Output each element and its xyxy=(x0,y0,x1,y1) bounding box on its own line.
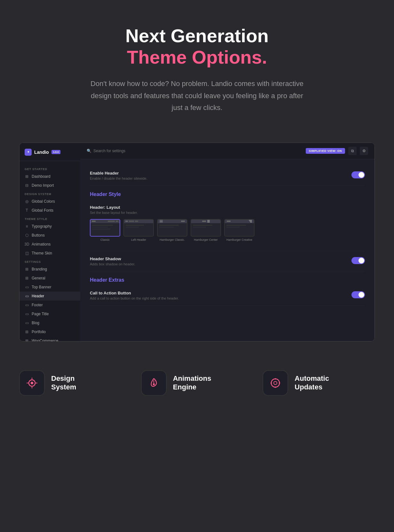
main-content: 🔍 Search for settings SIMPLIFIED VIEW: O… xyxy=(80,143,374,341)
dashboard-icon: ⊞ xyxy=(25,174,29,179)
cta-button-label: Call to Action Button xyxy=(90,291,179,295)
sidebar-item-global-fonts[interactable]: T Global Fonts xyxy=(20,206,80,215)
buttons-icon: ⬡ xyxy=(25,233,29,238)
sidebar-item-label: Dashboard xyxy=(32,174,51,179)
sidebar-item-label: Branding xyxy=(32,267,47,271)
animations-engine-icon-box xyxy=(141,370,167,396)
design-system-title: DesignSystem xyxy=(51,374,76,391)
cta-button-row: Call to Action Button Add a call to acti… xyxy=(90,286,365,306)
enable-header-row: Enable Header Enable / disable the heade… xyxy=(90,166,365,186)
version-badge: 1.0.0 xyxy=(51,150,60,154)
sidebar-item-label: WooCommerce xyxy=(32,339,58,341)
sidebar-item-label: Blog xyxy=(32,321,39,325)
theme-skin-icon: ◫ xyxy=(25,251,29,255)
app-window: ✦ Landio 1.0.0 GET STARTED ⊞ Dashboard ⊟… xyxy=(20,143,374,341)
logo-icon: ✦ xyxy=(25,149,32,156)
sidebar-item-branding[interactable]: ⊞ Branding xyxy=(20,265,80,274)
section-label-settings: SETTINGS xyxy=(20,258,80,265)
cta-button-toggle[interactable] xyxy=(351,291,365,298)
sidebar-item-label: Portfolio xyxy=(32,330,46,334)
svg-point-12 xyxy=(271,382,272,384)
layout-option-hamburger-creative[interactable]: Hamburger Creative xyxy=(224,219,255,241)
global-colors-icon: ◎ xyxy=(25,199,29,204)
sidebar-item-animations[interactable]: 3D Animations xyxy=(20,240,80,249)
header-layout-label: Header: Layout xyxy=(90,205,138,210)
header-style-heading: Header Style xyxy=(90,186,365,200)
simplified-view-badge[interactable]: SIMPLIFIED VIEW: ON xyxy=(306,148,345,154)
sidebar-item-label: Footer xyxy=(32,303,43,307)
sidebar-item-blog[interactable]: ▭ Blog xyxy=(20,318,80,327)
sidebar-item-footer[interactable]: ▭ Footer xyxy=(20,301,80,309)
cta-button-text: Call to Action Button Add a call to acti… xyxy=(90,291,179,300)
logo-text: Landio xyxy=(34,150,49,155)
svg-point-8 xyxy=(271,379,280,387)
layout-option-classic[interactable]: Classic xyxy=(90,219,120,241)
classic-label: Classic xyxy=(100,238,110,241)
animations-engine-icon xyxy=(147,377,160,389)
sidebar-item-theme-skin[interactable]: ◫ Theme Skin xyxy=(20,249,80,258)
header-shadow-text: Header Shadow Adds box shadow on header. xyxy=(90,256,135,266)
header-extras-heading: Header Extras xyxy=(90,271,365,286)
sidebar-item-page-title[interactable]: ▭ Page Title xyxy=(20,309,80,318)
enable-header-label: Enable Header xyxy=(90,171,147,176)
page-title-icon: ▭ xyxy=(25,312,29,316)
topbar-right: SIMPLIFIED VIEW: ON ⧉ ⚙ xyxy=(306,147,368,155)
hero-title-pink: Theme Options. xyxy=(64,46,330,68)
copy-icon-button[interactable]: ⧉ xyxy=(348,147,357,155)
sidebar-item-header[interactable]: ▭ Header xyxy=(20,292,80,301)
sidebar-item-label: Animations xyxy=(32,242,51,246)
header-shadow-label: Header Shadow xyxy=(90,256,135,261)
sidebar-item-label: Header xyxy=(32,294,44,298)
sidebar-item-dashboard[interactable]: ⊞ Dashboard xyxy=(20,172,80,181)
search-bar[interactable]: 🔍 Search for settings xyxy=(87,149,306,153)
sidebar-item-portfolio[interactable]: ⊞ Portfolio xyxy=(20,327,80,336)
sidebar-item-buttons[interactable]: ⬡ Buttons xyxy=(20,231,80,240)
copy-icon: ⧉ xyxy=(351,149,354,153)
sidebar-item-top-banner[interactable]: ▭ Top Banner xyxy=(20,283,80,292)
sidebar-item-woocommerce[interactable]: ⊞ WooCommerce xyxy=(20,336,80,341)
footer-icon: ▭ xyxy=(25,303,29,307)
header-shadow-row: Header Shadow Adds box shadow on header. xyxy=(90,251,365,271)
sidebar-item-label: General xyxy=(32,276,45,280)
cta-button-desc: Add a call to action button on the right… xyxy=(90,296,179,300)
app-screenshot: ✦ Landio 1.0.0 GET STARTED ⊞ Dashboard ⊟… xyxy=(19,143,375,341)
automatic-updates-title: AutomaticUpdates xyxy=(295,374,329,391)
section-label-design-system: DESIGN SYSTEM xyxy=(20,190,80,197)
layout-option-hamburger-classic[interactable]: Hamburger Classic. xyxy=(157,219,187,241)
layout-option-hamburger-center[interactable]: Hamburger Center xyxy=(191,219,221,241)
section-label-get-started: GET STARTED xyxy=(20,165,80,172)
sidebar-item-typography[interactable]: ≡ Typography xyxy=(20,222,80,231)
sidebar-item-label: Typography xyxy=(32,224,52,229)
hamburger-creative-preview xyxy=(224,219,255,237)
features-section: DesignSystem AnimationsEngine xyxy=(0,354,394,412)
hamburger-classic-preview xyxy=(157,219,187,237)
svg-point-10 xyxy=(275,378,276,379)
general-icon: ⊞ xyxy=(25,276,29,280)
header-shadow-toggle[interactable] xyxy=(351,257,365,264)
sidebar-item-general[interactable]: ⊞ General xyxy=(20,274,80,283)
topbar: 🔍 Search for settings SIMPLIFIED VIEW: O… xyxy=(80,143,374,159)
gear-icon: ⚙ xyxy=(362,149,366,153)
left-header-preview xyxy=(123,219,154,237)
header-layout-desc: Set the base layout for header. xyxy=(90,211,138,215)
typography-icon: ≡ xyxy=(25,224,29,229)
top-banner-icon: ▭ xyxy=(25,285,29,289)
search-placeholder: Search for settings xyxy=(93,149,125,153)
sidebar-item-demo-import[interactable]: ⊟ Demo Import xyxy=(20,181,80,190)
enable-header-text: Enable Header Enable / disable the heade… xyxy=(90,171,147,180)
automatic-updates-icon-box xyxy=(263,370,288,396)
layout-option-left-header[interactable]: Left Header xyxy=(123,219,154,241)
hamburger-classic-label: Hamburger Classic. xyxy=(160,238,185,241)
sidebar-item-global-colors[interactable]: ◎ Global Colors xyxy=(20,197,80,206)
header-icon: ▭ xyxy=(25,294,29,298)
classic-preview xyxy=(90,219,120,237)
settings-icon-button[interactable]: ⚙ xyxy=(360,147,368,155)
animations-icon: 3D xyxy=(25,242,29,246)
sidebar-item-label: Global Colors xyxy=(32,199,55,204)
automatic-updates-icon xyxy=(269,377,282,389)
woocommerce-icon: ⊞ xyxy=(25,339,29,341)
header-shadow-desc: Adds box shadow on header. xyxy=(90,262,135,266)
svg-point-11 xyxy=(275,387,276,388)
enable-header-toggle[interactable] xyxy=(351,171,365,178)
search-icon: 🔍 xyxy=(87,149,91,153)
